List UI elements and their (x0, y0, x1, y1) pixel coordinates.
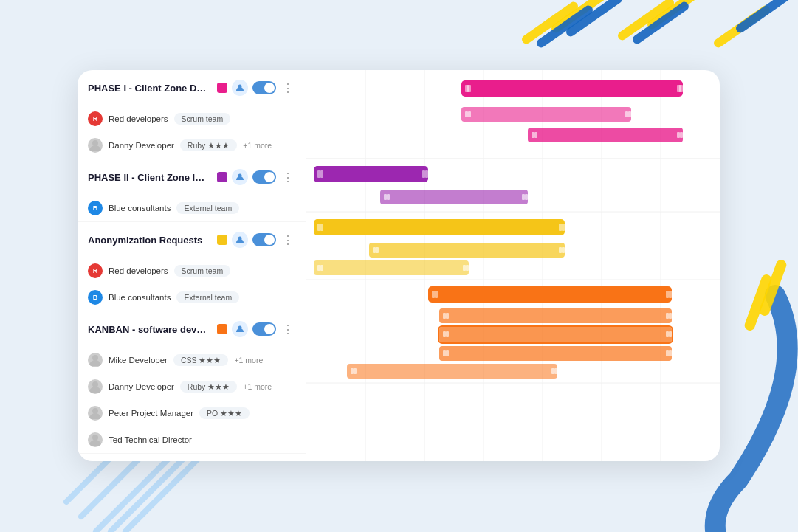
svg-rect-38 (468, 111, 471, 117)
svg-rect-87 (551, 368, 554, 374)
phase4-sub-bar-3[interactable] (439, 346, 672, 361)
phase3-title: Anonymization Requests (88, 235, 211, 246)
svg-rect-63 (317, 265, 320, 271)
phase1-team-tag: Scrum team (174, 113, 231, 125)
phase3-sub-bar-1[interactable] (369, 243, 565, 258)
phase4-person1-name: Mike Developer (109, 356, 168, 365)
svg-rect-84 (669, 350, 672, 356)
phase1-color-dot (217, 83, 227, 93)
svg-rect-73 (446, 313, 449, 319)
phase2-main-bar[interactable] (314, 166, 428, 182)
phase4-sub-bar-4[interactable] (347, 364, 557, 379)
svg-rect-9 (616, 0, 676, 42)
svg-rect-47 (320, 170, 323, 178)
svg-rect-48 (422, 170, 425, 178)
phase3-team1-tag: Scrum team (174, 265, 231, 277)
phase4-person1-avatar (88, 353, 103, 367)
phase1-person-name: Danny Developer (109, 141, 174, 150)
phase4-person2-avatar (88, 379, 103, 394)
phase3-controls: ⋮ (217, 232, 295, 248)
svg-rect-85 (351, 368, 354, 374)
phase-group-5: Waterfall - Implementation of IS ⋮ B Blu… (78, 454, 306, 461)
phase1-toggle[interactable] (252, 81, 276, 94)
phase4-person1-skill: CSS ★★★ (173, 354, 229, 366)
phase4-dots-menu[interactable]: ⋮ (281, 322, 295, 336)
svg-rect-66 (466, 265, 469, 271)
phase2-dots-menu[interactable]: ⋮ (281, 170, 295, 184)
svg-rect-36 (679, 85, 683, 92)
phase4-subrow-1: Mike Developer CSS ★★★ +1 more (78, 347, 306, 373)
svg-line-4 (125, 457, 199, 531)
phase3-header: Anonymization Requests ⋮ (78, 222, 306, 258)
phase4-color-dot (217, 324, 227, 334)
phase4-controls: ⋮ (217, 321, 295, 337)
phase2-team-tag: External team (176, 202, 239, 214)
svg-rect-43 (677, 132, 680, 138)
phase4-main-bar[interactable] (428, 286, 672, 303)
phase4-toggle[interactable] (252, 322, 276, 336)
left-panel: PHASE I - Client Zone Development ... ⋮ … (78, 70, 306, 461)
phase4-sub-bar-1[interactable] (439, 308, 672, 323)
svg-rect-57 (559, 224, 562, 231)
phase1-avatar-icon (232, 80, 248, 96)
phase2-team-name: Blue consultants (109, 204, 171, 213)
phase3-dots-menu[interactable]: ⋮ (281, 233, 295, 247)
phase1-sub-bar-2[interactable] (528, 128, 683, 142)
phase4-sub-bar-2-selected[interactable] (439, 327, 672, 342)
svg-rect-39 (625, 111, 628, 117)
svg-rect-34 (467, 85, 471, 92)
svg-point-21 (92, 355, 98, 361)
svg-rect-64 (320, 265, 323, 271)
phase1-title: PHASE I - Client Zone Development ... (88, 83, 211, 94)
svg-rect-40 (628, 111, 631, 117)
svg-rect-59 (373, 247, 376, 253)
phase3-toggle[interactable] (252, 233, 276, 246)
phase2-sub-bar-1[interactable] (380, 190, 528, 204)
phase2-controls: ⋮ (217, 169, 295, 185)
svg-rect-58 (562, 224, 565, 231)
phase1-sub-bar-1[interactable] (461, 107, 631, 122)
phase1-dots-menu[interactable]: ⋮ (281, 81, 295, 95)
phase2-color-dot (217, 172, 227, 182)
phase1-team-name: Red developers (109, 114, 168, 123)
svg-rect-6 (550, 0, 610, 35)
svg-rect-56 (320, 224, 323, 231)
svg-rect-44 (680, 132, 683, 138)
phase-group-4: KANBAN - software development ⋮ Mike Dev… (78, 311, 306, 454)
gantt-chart (306, 70, 720, 461)
phase4-title: KANBAN - software development (88, 324, 211, 335)
phase4-person3-name: Peter Project Manager (109, 409, 193, 418)
phase1-main-bar[interactable] (461, 80, 683, 97)
svg-rect-74 (666, 313, 669, 319)
svg-rect-61 (559, 247, 562, 253)
svg-rect-8 (565, 0, 625, 38)
svg-rect-12 (712, 4, 772, 49)
phase1-person-avatar (88, 138, 103, 153)
phase-group-3: Anonymization Requests ⋮ R Red developer… (78, 222, 306, 311)
gantt-panel (306, 70, 720, 461)
phase4-subrow-4: Ted Technical Director (78, 426, 306, 453)
svg-rect-65 (463, 265, 466, 271)
phase2-toggle[interactable] (252, 170, 276, 184)
phase4-person4-avatar (88, 432, 103, 447)
phase4-person2-more: +1 more (243, 382, 272, 391)
svg-rect-81 (443, 350, 446, 356)
svg-rect-88 (554, 368, 557, 374)
svg-point-17 (92, 140, 98, 146)
svg-point-23 (92, 408, 98, 414)
svg-rect-55 (317, 224, 320, 231)
phase3-avatar-icon (232, 232, 248, 248)
phase4-subrow-3: Peter Project Manager PO ★★★ (78, 400, 306, 426)
phase3-main-bar[interactable] (314, 219, 565, 235)
phase2-avatar-icon (232, 169, 248, 185)
phase-group-2: PHASE II - Client Zone Implementati... ⋮… (78, 159, 306, 222)
phase-group-1: PHASE I - Client Zone Development ... ⋮ … (78, 70, 306, 159)
phase3-team1-avatar: R (88, 263, 103, 278)
phase3-sub-bar-2[interactable] (314, 260, 469, 275)
svg-rect-60 (376, 247, 379, 253)
svg-rect-62 (562, 247, 565, 253)
phase4-person1-more: +1 more (234, 356, 263, 365)
phase4-person3-avatar (88, 406, 103, 421)
phase5-header: Waterfall - Implementation of IS ⋮ (78, 454, 306, 461)
phase1-controls: ⋮ (217, 80, 295, 96)
